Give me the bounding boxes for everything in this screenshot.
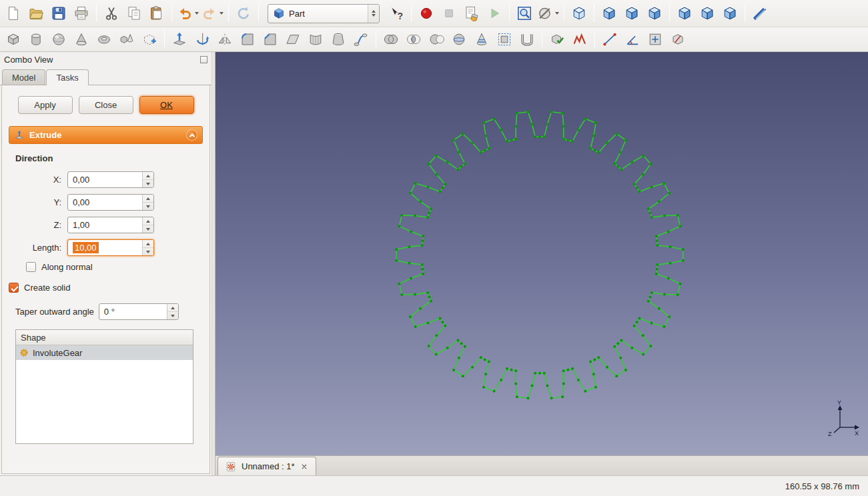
combo-view-tabs: Model Tasks xyxy=(0,67,211,85)
boolean-common-button[interactable] xyxy=(402,29,425,49)
extrude-button[interactable] xyxy=(168,29,191,49)
measure-toggle-3d-button[interactable] xyxy=(667,29,689,49)
y-spinner-buttons[interactable] xyxy=(142,195,153,210)
y-input[interactable]: 0,00 xyxy=(67,194,154,211)
document-tab-bar: Unnamed : 1* xyxy=(215,455,868,475)
new-document-icon xyxy=(5,5,21,21)
macro-play-button[interactable] xyxy=(483,3,506,24)
measure-linear-icon xyxy=(602,31,618,47)
view-left-button[interactable] xyxy=(719,3,741,24)
view-isometric-button[interactable] xyxy=(568,3,590,24)
x-axis-arrow-icon xyxy=(855,425,859,430)
save-button[interactable] xyxy=(47,3,70,24)
document-tab[interactable]: Unnamed : 1* xyxy=(218,457,316,475)
view-rear-button[interactable] xyxy=(673,3,696,24)
x-input[interactable]: 0,00 xyxy=(67,171,154,188)
shape-list-body[interactable]: InvoluteGear xyxy=(16,345,193,443)
ok-button[interactable]: OK xyxy=(139,96,194,114)
sweep-button[interactable] xyxy=(350,29,372,49)
view-bottom-button[interactable] xyxy=(696,3,719,24)
shape-column-header[interactable]: Shape xyxy=(16,330,193,345)
copy-button[interactable] xyxy=(123,3,145,24)
measure-toggle-all-icon xyxy=(647,31,663,47)
ruled-surface-button[interactable] xyxy=(304,29,327,49)
apply-button[interactable]: Apply xyxy=(18,96,73,114)
length-value: 10,00 xyxy=(73,242,99,253)
draw-style-button[interactable] xyxy=(536,3,560,24)
print-button[interactable] xyxy=(70,3,93,24)
fit-all-icon xyxy=(516,5,532,21)
extrude-task-header[interactable]: Extrude xyxy=(9,126,203,144)
taper-input[interactable]: 0 ° xyxy=(99,303,179,320)
thickness-button[interactable] xyxy=(516,29,538,49)
macro-edit-button[interactable] xyxy=(460,3,483,24)
length-input[interactable]: 10,00 xyxy=(67,239,154,256)
dropdown-caret-icon[interactable] xyxy=(555,12,559,15)
workbench-selector-arrows-icon[interactable] xyxy=(368,5,379,23)
panel-float-button[interactable] xyxy=(200,56,207,63)
tab-tasks[interactable]: Tasks xyxy=(46,69,88,85)
redo-button[interactable] xyxy=(200,3,225,24)
cross-sections-button[interactable] xyxy=(470,29,493,49)
collapse-section-button[interactable] xyxy=(186,129,197,141)
document-tab-label: Unnamed : 1* xyxy=(242,461,295,471)
measure-toggle-all-button[interactable] xyxy=(644,29,667,49)
paste-button[interactable] xyxy=(145,3,168,24)
make-face-icon xyxy=(285,31,301,47)
make-face-button[interactable] xyxy=(282,29,304,49)
gear-wire-svg xyxy=(215,52,868,455)
x-axis-label: X xyxy=(855,430,859,437)
create-solid-checkbox[interactable] xyxy=(9,283,19,293)
whats-this-button[interactable] xyxy=(385,3,408,24)
dropdown-caret-icon[interactable] xyxy=(220,12,224,15)
offset-3d-button[interactable] xyxy=(493,29,516,49)
z-input[interactable]: 1,00 xyxy=(67,217,154,233)
3d-viewport[interactable]: Y X Z xyxy=(215,52,868,455)
view-right-button[interactable] xyxy=(643,3,666,24)
close-button[interactable]: Close xyxy=(79,96,133,114)
boolean-union-button[interactable] xyxy=(380,29,402,49)
undo-button[interactable] xyxy=(175,3,200,24)
dropdown-caret-icon[interactable] xyxy=(195,12,199,15)
macro-stop-button[interactable] xyxy=(438,3,460,24)
cone-primitive-button[interactable] xyxy=(70,29,93,49)
close-tab-icon[interactable] xyxy=(300,463,308,471)
refresh-button[interactable] xyxy=(232,3,255,24)
check-geometry-button[interactable] xyxy=(546,29,568,49)
workbench-selector[interactable]: Part xyxy=(268,4,380,23)
shape-list-item[interactable]: InvoluteGear xyxy=(16,345,193,360)
shape-builder-button[interactable] xyxy=(138,29,161,49)
length-spinner-buttons[interactable] xyxy=(142,240,153,255)
measure-distance-button[interactable] xyxy=(749,3,771,24)
measure-angular-button[interactable] xyxy=(621,29,644,49)
fillet-button[interactable] xyxy=(236,29,259,49)
box-primitive-button[interactable] xyxy=(2,29,25,49)
z-spinner-buttons[interactable] xyxy=(142,217,153,233)
new-document-button[interactable] xyxy=(2,3,25,24)
create-primitives-icon xyxy=(119,31,135,47)
view-top-button[interactable] xyxy=(620,3,643,24)
measure-linear-button[interactable] xyxy=(598,29,621,49)
mirror-button[interactable] xyxy=(213,29,236,49)
torus-primitive-button[interactable] xyxy=(93,29,115,49)
tab-model[interactable]: Model xyxy=(2,69,45,85)
loft-button[interactable] xyxy=(327,29,350,49)
revolve-button[interactable] xyxy=(191,29,213,49)
defeaturing-button[interactable] xyxy=(568,29,591,49)
create-primitives-button[interactable] xyxy=(115,29,138,49)
macro-record-button[interactable] xyxy=(415,3,438,24)
combo-view-title: Combo View xyxy=(4,55,53,65)
boolean-cut-button[interactable] xyxy=(425,29,448,49)
fit-all-button[interactable] xyxy=(513,3,536,24)
measure-distance-icon xyxy=(752,5,768,21)
sphere-primitive-button[interactable] xyxy=(47,29,70,49)
x-spinner-buttons[interactable] xyxy=(142,172,153,187)
open-button[interactable] xyxy=(25,3,47,24)
view-front-button[interactable] xyxy=(598,3,620,24)
cylinder-primitive-button[interactable] xyxy=(25,29,47,49)
cut-button[interactable] xyxy=(100,3,123,24)
taper-spinner-buttons[interactable] xyxy=(167,304,178,319)
chamfer-button[interactable] xyxy=(259,29,282,49)
section-button[interactable] xyxy=(448,29,470,49)
along-normal-checkbox[interactable] xyxy=(26,262,36,272)
